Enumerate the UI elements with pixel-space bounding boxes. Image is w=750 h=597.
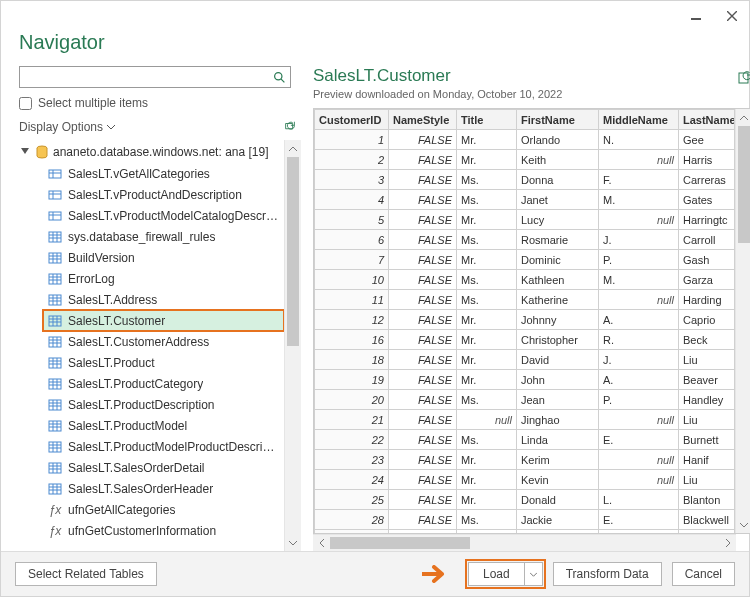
table-cell[interactable]: FALSE [389,450,457,470]
grid-horizontal-scrollbar[interactable] [313,534,736,551]
table-cell[interactable]: Keith [517,150,599,170]
table-cell[interactable]: Gates [679,190,735,210]
table-row[interactable]: 20FALSEMs.JeanP.Handley [315,390,735,410]
table-cell[interactable]: null [599,470,679,490]
table-cell[interactable]: Hanif [679,450,735,470]
table-cell[interactable]: FALSE [389,470,457,490]
table-cell[interactable]: P. [599,390,679,410]
tree-node[interactable]: SalesLT.SalesOrderDetail [43,457,284,478]
table-row[interactable]: 18FALSEMr.DavidJ.Liu [315,350,735,370]
tree-view[interactable]: ananeto.database.windows.net: ana [19] S… [15,140,284,551]
table-cell[interactable]: FALSE [389,490,457,510]
table-cell[interactable]: Mr. [457,490,517,510]
table-cell[interactable]: 23 [315,450,389,470]
table-cell[interactable]: 25 [315,490,389,510]
refresh-icon[interactable] [283,120,297,134]
tree-node[interactable]: SalesLT.vProductAndDescription [43,184,284,205]
display-options-dropdown[interactable]: Display Options [19,120,115,134]
tree-scroll-thumb[interactable] [287,157,299,346]
preview-refresh-icon[interactable] [737,66,750,86]
grid-scrollbar[interactable] [735,109,750,533]
table-row[interactable]: 28FALSEMs.JackieE.Blackwell [315,510,735,530]
table-cell[interactable]: 28 [315,510,389,530]
cancel-button[interactable]: Cancel [672,562,735,586]
table-cell[interactable]: 19 [315,370,389,390]
table-cell[interactable]: FALSE [389,430,457,450]
table-cell[interactable]: Harringtc [679,210,735,230]
table-cell[interactable]: Mr. [457,330,517,350]
load-button[interactable]: Load [468,562,543,586]
table-cell[interactable]: Lucy [517,210,599,230]
table-cell[interactable]: null [599,150,679,170]
table-cell[interactable]: Dominic [517,250,599,270]
table-cell[interactable]: Beaver [679,370,735,390]
select-multiple-checkbox[interactable] [19,97,32,110]
table-row[interactable]: 4FALSEMs.JanetM.Gates [315,190,735,210]
table-cell[interactable]: Carreras [679,170,735,190]
table-cell[interactable]: 1 [315,130,389,150]
table-cell[interactable]: 7 [315,250,389,270]
table-row[interactable]: 29FALSEMr.BryannullHamilton [315,530,735,534]
table-cell[interactable]: F. [599,170,679,190]
table-cell[interactable]: FALSE [389,170,457,190]
tree-node[interactable]: SalesLT.Address [43,289,284,310]
table-cell[interactable]: Caprio [679,310,735,330]
table-cell[interactable]: FALSE [389,370,457,390]
table-cell[interactable]: 12 [315,310,389,330]
table-cell[interactable]: 11 [315,290,389,310]
table-cell[interactable]: FALSE [389,310,457,330]
search-box[interactable] [19,66,291,88]
tree-node[interactable]: SalesLT.vProductModelCatalogDescription [43,205,284,226]
table-cell[interactable]: Handley [679,390,735,410]
scroll-left-icon[interactable] [313,535,330,552]
table-cell[interactable]: FALSE [389,330,457,350]
table-cell[interactable]: Ms. [457,170,517,190]
table-cell[interactable]: Beck [679,330,735,350]
table-cell[interactable]: Johnny [517,310,599,330]
table-cell[interactable]: Ms. [457,510,517,530]
table-row[interactable]: 25FALSEMr.DonaldL.Blanton [315,490,735,510]
tree-node[interactable]: BuildVersion [43,247,284,268]
table-cell[interactable]: 2 [315,150,389,170]
table-cell[interactable]: Christopher [517,330,599,350]
tree-root-node[interactable]: ananeto.database.windows.net: ana [19] [21,142,284,163]
table-cell[interactable]: 3 [315,170,389,190]
table-cell[interactable]: J. [599,230,679,250]
table-cell[interactable]: Mr. [457,210,517,230]
table-cell[interactable]: N. [599,130,679,150]
scroll-up-icon[interactable] [285,140,301,157]
close-button[interactable] [723,7,741,25]
table-row[interactable]: 3FALSEMs.DonnaF.Carreras [315,170,735,190]
table-cell[interactable]: Burnett [679,430,735,450]
table-cell[interactable]: Gee [679,130,735,150]
table-cell[interactable]: Ms. [457,190,517,210]
table-cell[interactable]: FALSE [389,350,457,370]
tree-node[interactable]: sys.database_firewall_rules [43,226,284,247]
tree-node[interactable]: ƒxufnGetAllCategories [43,499,284,520]
table-cell[interactable]: Linda [517,430,599,450]
table-cell[interactable]: FALSE [389,510,457,530]
table-cell[interactable]: Rosmarie [517,230,599,250]
search-icon[interactable] [268,71,290,84]
table-cell[interactable]: 4 [315,190,389,210]
table-cell[interactable]: FALSE [389,230,457,250]
table-cell[interactable]: Jackie [517,510,599,530]
tree-node[interactable]: SalesLT.vGetAllCategories [43,163,284,184]
table-cell[interactable]: J. [599,350,679,370]
table-cell[interactable]: Ms. [457,230,517,250]
table-cell[interactable]: FALSE [389,290,457,310]
table-cell[interactable]: Harding [679,290,735,310]
table-cell[interactable]: FALSE [389,410,457,430]
table-cell[interactable]: Kathleen [517,270,599,290]
table-cell[interactable]: 29 [315,530,389,534]
table-cell[interactable]: FALSE [389,210,457,230]
table-cell[interactable]: E. [599,430,679,450]
table-cell[interactable]: Orlando [517,130,599,150]
table-cell[interactable]: Ms. [457,390,517,410]
table-cell[interactable]: 22 [315,430,389,450]
table-cell[interactable]: Carroll [679,230,735,250]
table-cell[interactable]: null [599,530,679,534]
table-cell[interactable]: Liu [679,470,735,490]
preview-table[interactable]: CustomerIDNameStyleTitleFirstNameMiddleN… [314,109,735,533]
tree-node[interactable]: SalesLT.ProductDescription [43,394,284,415]
